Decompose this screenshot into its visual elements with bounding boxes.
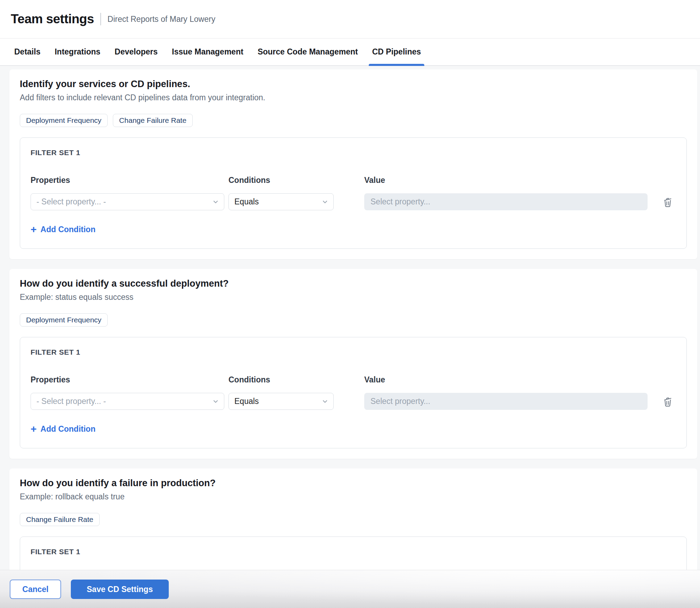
plus-icon: + xyxy=(31,424,37,433)
metric-chip-change-failure-rate: Change Failure Rate xyxy=(113,114,193,127)
tab-issue-management[interactable]: Issue Management xyxy=(169,39,246,65)
filter-column-labels: Properties Conditions Value xyxy=(31,175,676,185)
condition-select-value: Equals xyxy=(234,397,259,406)
metric-chip-change-failure-rate: Change Failure Rate xyxy=(20,513,100,526)
metric-chip-row: Deployment FrequencyChange Failure Rate xyxy=(20,114,687,127)
section-description: Example: status equals success xyxy=(20,293,687,302)
chevron-down-icon xyxy=(212,199,219,205)
filter-condition-row: - Select property... - Equals xyxy=(31,393,676,410)
chevron-down-icon xyxy=(322,398,328,405)
conditions-label: Conditions xyxy=(228,375,364,385)
tab-cd-pipelines[interactable]: CD Pipelines xyxy=(369,39,424,65)
tab-label: Developers xyxy=(115,47,158,57)
section-heading: Identify your services or CD pipelines. xyxy=(20,78,687,90)
tab-integrations[interactable]: Integrations xyxy=(52,39,103,65)
value-label: Value xyxy=(364,375,676,385)
properties-label: Properties xyxy=(31,175,228,185)
filter-set: FILTER SET 1 Properties Conditions Value… xyxy=(20,137,687,249)
trash-icon xyxy=(662,196,673,208)
value-label: Value xyxy=(364,175,676,185)
property-select[interactable]: - Select property... - xyxy=(31,393,224,410)
tab-details[interactable]: Details xyxy=(11,39,43,65)
metric-chip-row: Change Failure Rate xyxy=(20,513,687,526)
delete-filter-button[interactable] xyxy=(662,196,673,208)
tab-source-code-management[interactable]: Source Code Management xyxy=(255,39,361,65)
add-condition-label: Add Condition xyxy=(41,424,95,434)
cancel-button[interactable]: Cancel xyxy=(10,580,61,599)
active-tab-underline xyxy=(369,64,425,66)
tab-label: Details xyxy=(14,47,40,57)
filter-set-title: FILTER SET 1 xyxy=(31,348,676,357)
settings-section: Identify your services or CD pipelines. … xyxy=(9,69,697,259)
settings-section: How do you identify a successful deploym… xyxy=(9,269,697,459)
filter-set-title: FILTER SET 1 xyxy=(31,148,676,157)
page-subtitle: Direct Reports of Mary Lowery xyxy=(108,15,216,24)
tab-label: Source Code Management xyxy=(258,47,358,57)
conditions-label: Conditions xyxy=(228,175,364,185)
section-heading: How do you identify a failure in product… xyxy=(20,478,687,489)
property-select-placeholder: - Select property... - xyxy=(36,197,106,206)
metric-chip-deployment-frequency: Deployment Frequency xyxy=(20,114,108,127)
filter-set-title: FILTER SET 1 xyxy=(31,547,676,556)
condition-select[interactable]: Equals xyxy=(228,193,334,210)
value-input[interactable] xyxy=(364,193,648,210)
add-condition-button[interactable]: + Add Condition xyxy=(31,224,95,235)
filter-set: FILTER SET 1 Properties Conditions Value… xyxy=(20,337,687,448)
tab-label: CD Pipelines xyxy=(372,47,421,57)
title-divider xyxy=(100,13,101,25)
section-description: Example: rollback equals true xyxy=(20,492,687,501)
trash-icon xyxy=(662,396,673,407)
add-condition-button[interactable]: + Add Condition xyxy=(31,424,95,434)
filter-condition-row: - Select property... - Equals xyxy=(31,193,676,210)
save-cd-settings-button[interactable]: Save CD Settings xyxy=(71,580,169,599)
chevron-down-icon xyxy=(322,199,328,205)
properties-label: Properties xyxy=(31,375,228,385)
tab-label: Integrations xyxy=(55,47,100,57)
chevron-down-icon xyxy=(212,398,219,405)
settings-content: Identify your services or CD pipelines. … xyxy=(0,66,700,608)
filter-column-labels: Properties Conditions Value xyxy=(31,375,676,385)
footer-action-bar: Cancel Save CD Settings xyxy=(0,570,700,608)
metric-chip-deployment-frequency: Deployment Frequency xyxy=(20,313,108,327)
value-input[interactable] xyxy=(364,393,648,410)
delete-filter-button[interactable] xyxy=(662,396,673,407)
page-header: Team settings Direct Reports of Mary Low… xyxy=(0,0,700,39)
property-select[interactable]: - Select property... - xyxy=(31,193,224,210)
metric-chip-row: Deployment Frequency xyxy=(20,313,687,327)
section-description: Add filters to include relevant CD pipel… xyxy=(20,93,687,102)
plus-icon: + xyxy=(31,225,37,234)
section-heading: How do you identify a successful deploym… xyxy=(20,278,687,289)
add-condition-label: Add Condition xyxy=(41,224,95,235)
condition-select-value: Equals xyxy=(234,197,259,206)
condition-select[interactable]: Equals xyxy=(228,393,334,410)
tab-bar: Details Integrations Developers Issue Ma… xyxy=(0,39,700,66)
tab-label: Issue Management xyxy=(172,47,243,57)
property-select-placeholder: - Select property... - xyxy=(36,397,106,406)
tab-developers[interactable]: Developers xyxy=(112,39,160,65)
page-title: Team settings xyxy=(11,12,94,26)
